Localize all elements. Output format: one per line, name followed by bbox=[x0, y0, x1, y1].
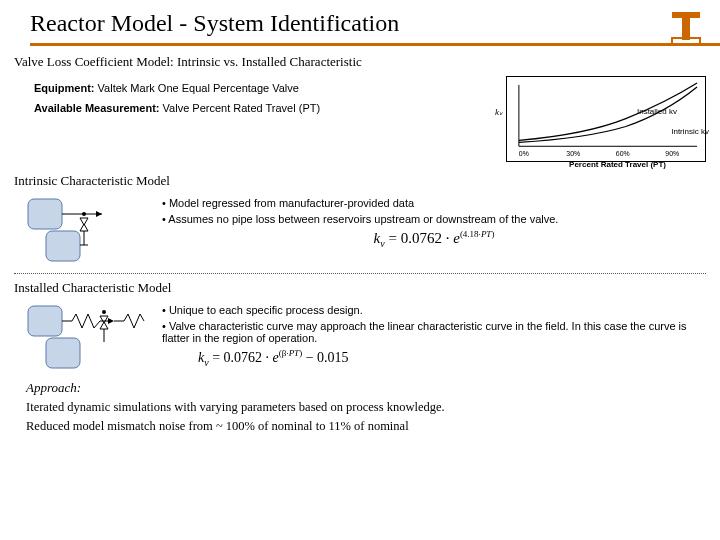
chart-label-installed: Installed kv bbox=[637, 107, 677, 116]
kv-chart: 0% 30% 60% 90% kᵥ Installed kv Intrinsic… bbox=[506, 76, 706, 162]
svg-marker-18 bbox=[108, 318, 114, 324]
chart-label-intrinsic: Intrinsic kv bbox=[671, 127, 709, 136]
installed-bullet-1: • Unique to each specific process design… bbox=[162, 304, 706, 316]
installed-heading: Installed Characteristic Model bbox=[14, 280, 706, 296]
svg-point-11 bbox=[82, 212, 86, 216]
svg-rect-17 bbox=[46, 338, 80, 368]
subhead: Valve Loss Coefficient Model: Intrinsic … bbox=[14, 54, 706, 70]
measurement-value: Valve Percent Rated Travel (PT) bbox=[160, 102, 321, 114]
svg-text:90%: 90% bbox=[665, 150, 679, 157]
intrinsic-bullet-2: • Assumes no pipe loss between reservoir… bbox=[162, 213, 706, 225]
equipment-line: Equipment: Valtek Mark One Equal Percent… bbox=[34, 82, 496, 94]
svg-text:60%: 60% bbox=[616, 150, 630, 157]
divider bbox=[14, 273, 706, 274]
ut-logo bbox=[666, 8, 706, 48]
svg-rect-8 bbox=[46, 231, 80, 261]
installed-equation: kv = 0.0762 · e(β·PT) − 0.015 bbox=[198, 350, 349, 365]
svg-rect-1 bbox=[682, 12, 690, 40]
chart-ylabel: kᵥ bbox=[495, 107, 503, 117]
equipment-label: Equipment: bbox=[34, 82, 95, 94]
intrinsic-heading: Intrinsic Characteristic Model bbox=[14, 173, 706, 189]
svg-text:30%: 30% bbox=[566, 150, 580, 157]
equipment-value: Valtek Mark One Equal Percentage Valve bbox=[95, 82, 299, 94]
page-title: Reactor Model - System Identification bbox=[30, 10, 720, 37]
intrinsic-equation: kv = 0.0762 · e(4.18·PT) bbox=[162, 229, 706, 249]
result-line: Reduced model mismatch noise from ~ 100%… bbox=[26, 419, 706, 434]
measurement-label: Available Measurement: bbox=[34, 102, 160, 114]
svg-marker-10 bbox=[96, 211, 102, 217]
title-underline bbox=[30, 43, 720, 46]
svg-point-19 bbox=[102, 310, 106, 314]
intrinsic-bullet-1: • Model regressed from manufacturer-prov… bbox=[162, 197, 706, 209]
measurement-line: Available Measurement: Valve Percent Rat… bbox=[34, 102, 496, 114]
approach-line: Iterated dynamic simulations with varyin… bbox=[26, 400, 706, 415]
approach-label: Approach: bbox=[26, 380, 706, 396]
intrinsic-diagram bbox=[26, 195, 146, 267]
installed-diagram bbox=[26, 302, 146, 374]
svg-rect-16 bbox=[28, 306, 62, 336]
svg-rect-7 bbox=[28, 199, 62, 229]
svg-rect-2 bbox=[672, 38, 700, 44]
installed-bullet-2: • Valve characteristic curve may approac… bbox=[162, 320, 706, 344]
svg-text:0%: 0% bbox=[519, 150, 529, 157]
